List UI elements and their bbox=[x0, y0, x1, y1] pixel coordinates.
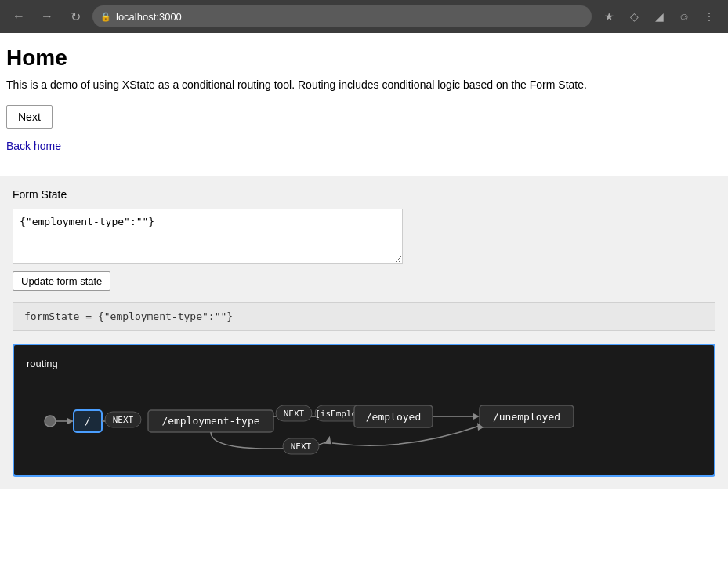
curve-unemployed-head bbox=[324, 436, 335, 447]
back-button[interactable]: ← bbox=[8, 5, 30, 27]
next-button[interactable]: Next bbox=[6, 105, 53, 129]
menu-button[interactable]: ⋮ bbox=[698, 5, 720, 27]
routing-diagram: routing / NEXT /employment-type bbox=[13, 344, 715, 477]
initial-dot bbox=[45, 416, 56, 427]
forward-button[interactable]: → bbox=[36, 5, 58, 27]
page-content: Home This is a demo of using XState as a… bbox=[0, 33, 728, 502]
browser-chrome: ← → ↻ 🔒 localhost:3000 ★ ◇ ◢ ☺ ⋮ bbox=[0, 0, 728, 33]
profile-button[interactable]: ◇ bbox=[623, 5, 645, 27]
form-state-textarea[interactable] bbox=[13, 209, 403, 264]
node-unemployed-label: /unemployed bbox=[493, 411, 560, 423]
init-arrow bbox=[67, 418, 74, 424]
routing-diagram-title: routing bbox=[27, 358, 701, 369]
node-root-label: / bbox=[85, 415, 91, 427]
page-description: This is a demo of using XState as a cond… bbox=[6, 78, 722, 91]
transition-next-employed-label: NEXT bbox=[284, 409, 305, 419]
reload-button[interactable]: ↻ bbox=[64, 5, 86, 27]
page-title: Home bbox=[6, 45, 722, 71]
url-text: localhost:3000 bbox=[116, 11, 182, 23]
bookmark-star-button[interactable]: ★ bbox=[598, 5, 620, 27]
node-employment-type-label: /employment-type bbox=[161, 415, 259, 427]
address-bar[interactable]: 🔒 localhost:3000 bbox=[92, 5, 592, 27]
transition-next-1-label: NEXT bbox=[113, 415, 134, 425]
extensions-button[interactable]: ◢ bbox=[648, 5, 670, 27]
lock-icon: 🔒 bbox=[100, 12, 111, 22]
arrow-unemployed-head bbox=[473, 413, 480, 420]
transition-next-unemployed-label: NEXT bbox=[291, 442, 312, 452]
form-state-display: formState = {"employment-type":""} bbox=[13, 302, 715, 331]
curve-unemployed-2 bbox=[332, 426, 480, 445]
browser-actions: ★ ◇ ◢ ☺ ⋮ bbox=[598, 5, 720, 27]
update-form-state-button[interactable]: Update form state bbox=[13, 271, 110, 291]
form-state-label: Form State bbox=[13, 188, 715, 201]
form-state-panel: Form State Update form state formState =… bbox=[0, 176, 728, 489]
account-button[interactable]: ☺ bbox=[673, 5, 695, 27]
routing-svg: / NEXT /employment-type NEXT [isEmpl bbox=[27, 382, 669, 460]
node-employed-label: /employed bbox=[366, 411, 421, 423]
back-home-link[interactable]: Back home bbox=[6, 140, 722, 152]
